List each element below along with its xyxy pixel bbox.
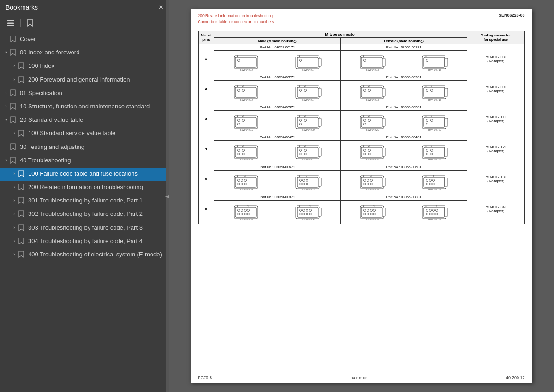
svg-rect-154 (361, 177, 382, 187)
col-no-header: No. of pins (198, 31, 214, 44)
bookmark-item-304-troubleshooting[interactable]: › 304 Troubleshooting by failure code, P… (0, 235, 169, 249)
svg-point-137 (241, 183, 243, 185)
bookmark-item-cover[interactable]: › Cover (0, 33, 169, 47)
female-img-8: 14 BWP04726 14 BWP04726 (341, 200, 467, 224)
close-button[interactable]: × (159, 4, 163, 11)
svg-rect-43 (382, 88, 385, 96)
svg-text:BWP04720: BWP04720 (428, 128, 441, 131)
expand-icon-301-troubleshooting[interactable]: › (10, 196, 18, 204)
svg-text:1: 1 (237, 144, 238, 147)
female-img-3: 12 BWP04720 12 BWP04720 (341, 110, 467, 134)
svg-point-215 (373, 213, 376, 215)
expand-icon-20-standard[interactable]: ▾ (2, 116, 10, 123)
svg-text:2: 2 (304, 144, 306, 147)
svg-point-126 (426, 153, 428, 155)
svg-rect-2 (7, 25, 14, 26)
male-img-8: 14 BWP04725 14 BWP04725 (214, 200, 341, 224)
expand-icon-400-troubleshooting-elec[interactable]: › (10, 250, 18, 258)
expand-icon-304-troubleshooting[interactable]: › (10, 237, 18, 244)
bookmark-item-20-standard[interactable]: ▾ 20 Standard value table (0, 114, 169, 127)
bookmark-item-30-testing[interactable]: › 30 Testing and adjusting (0, 141, 169, 154)
svg-rect-101 (297, 147, 318, 157)
svg-point-44 (364, 89, 366, 91)
bookmarks-add-button[interactable] (24, 18, 36, 28)
bookmark-item-200-foreword[interactable]: › 200 Foreword and general information (0, 74, 169, 87)
svg-text:BWP04725: BWP04725 (240, 218, 253, 221)
svg-point-149 (302, 183, 305, 185)
expand-icon-100-index[interactable]: › (10, 62, 18, 69)
expand-icon-10-structure[interactable]: › (2, 102, 10, 110)
svg-point-106 (299, 153, 301, 155)
svg-point-182 (244, 209, 246, 211)
svg-point-94 (237, 149, 240, 151)
bookmark-icon-30-testing (10, 143, 18, 153)
svg-text:BWP04715: BWP04715 (366, 98, 379, 101)
expand-icon-100-failure-code[interactable]: › (10, 170, 18, 177)
t-adapter-8: 799-601-7340 (T-adapter) (467, 194, 525, 224)
svg-point-173 (429, 183, 431, 185)
svg-point-199 (302, 213, 305, 215)
svg-text:2: 2 (242, 84, 244, 87)
bookmark-item-100-failure-code[interactable]: › 100 Failure code table and fuse locati… (0, 168, 169, 181)
male-part-2: Part No.: 08058-00271 (214, 74, 341, 80)
col-female-header: Female (male housing) (341, 37, 467, 44)
svg-point-194 (299, 209, 301, 211)
svg-point-68 (299, 119, 301, 121)
bookmark-item-01-spec[interactable]: › 01 Specification (0, 87, 169, 101)
bookmark-label-100-index: 100 Index (28, 62, 165, 70)
bookmark-label-302-troubleshooting: 302 Troubleshooting by failure code, Par… (28, 210, 165, 218)
bookmark-item-200-related[interactable]: › 200 Related information on troubleshoo… (0, 181, 169, 195)
svg-point-136 (237, 183, 240, 185)
bookmark-item-10-structure[interactable]: › 10 Structure, function and maintenance… (0, 101, 169, 114)
bookmark-label-30-testing: 30 Testing and adjusting (20, 143, 165, 151)
table-row: 3Part No.: 08058-00371Part No.: 08056-00… (198, 104, 524, 110)
svg-point-117 (368, 153, 371, 155)
svg-point-135 (244, 179, 246, 181)
bookmark-label-301-troubleshooting: 301 Troubleshooting by failure code, Par… (28, 196, 165, 205)
svg-point-210 (370, 209, 373, 211)
bookmark-icon-00-index (10, 48, 18, 58)
svg-text:3: 3 (244, 174, 246, 177)
expand-icon-00-index[interactable]: ▾ (2, 48, 10, 56)
bookmark-item-100-index[interactable]: › 100 Index (0, 60, 169, 73)
expand-icon-302-troubleshooting[interactable]: › (10, 210, 18, 217)
svg-point-77 (364, 119, 366, 121)
expand-icon-100-standard-service[interactable]: › (10, 129, 18, 137)
bookmark-item-400-troubleshooting-elec[interactable]: › 400 Troubleshooting of electrical syst… (0, 249, 169, 262)
expand-icon-01-spec[interactable]: › (2, 89, 10, 96)
bookmark-label-200-foreword: 200 Foreword and general information (28, 76, 165, 84)
svg-text:1: 1 (363, 144, 364, 147)
svg-rect-3 (235, 57, 256, 67)
svg-rect-191 (297, 207, 318, 217)
t-adapter-3: 799-601-7110 (T-adapter) (467, 104, 525, 134)
svg-text:1: 1 (299, 54, 300, 57)
svg-text:2: 2 (304, 114, 306, 117)
svg-text:1: 1 (363, 54, 364, 57)
resize-handle[interactable]: ◀ (166, 0, 169, 392)
expand-icon-200-related[interactable]: › (10, 183, 18, 190)
bookmark-item-100-standard-service[interactable]: › 100 Standard service value table (0, 127, 169, 141)
bookmark-item-301-troubleshooting[interactable]: › 301 Troubleshooting by failure code, P… (0, 195, 169, 208)
svg-point-60 (242, 119, 244, 121)
bookmark-item-40-troubleshooting[interactable]: ▾ 40 Troubleshooting (0, 154, 169, 168)
svg-text:2: 2 (431, 114, 432, 117)
bookmark-item-303-troubleshooting[interactable]: › 303 Troubleshooting by failure code, P… (0, 222, 169, 235)
bookmarks-list-view-button[interactable] (5, 18, 17, 28)
svg-point-125 (430, 149, 433, 151)
svg-point-181 (241, 209, 243, 211)
male-img-2: 12 BWP04717 12 BWP04717 (214, 80, 341, 104)
svg-rect-41 (361, 87, 382, 97)
expand-icon-40-troubleshooting[interactable]: ▾ (2, 156, 10, 164)
svg-rect-10 (318, 58, 321, 66)
svg-text:BWP04723: BWP04723 (302, 188, 315, 191)
female-part-3: Part No.: 08056-00381 (341, 104, 467, 110)
expand-icon-200-foreword[interactable]: › (10, 76, 18, 83)
svg-point-95 (242, 149, 244, 151)
page-breadcrumb-line2: Connection table for connector pin numbe… (198, 19, 274, 25)
bookmark-item-00-index[interactable]: ▾ 00 Index and foreword (0, 47, 169, 60)
expand-icon-303-troubleshooting[interactable]: › (10, 224, 18, 231)
bookmark-icon-cover (10, 35, 18, 45)
svg-point-169 (426, 179, 428, 181)
svg-text:BWP04726: BWP04726 (366, 218, 379, 221)
bookmark-item-302-troubleshooting[interactable]: › 302 Troubleshooting by failure code, P… (0, 208, 169, 221)
